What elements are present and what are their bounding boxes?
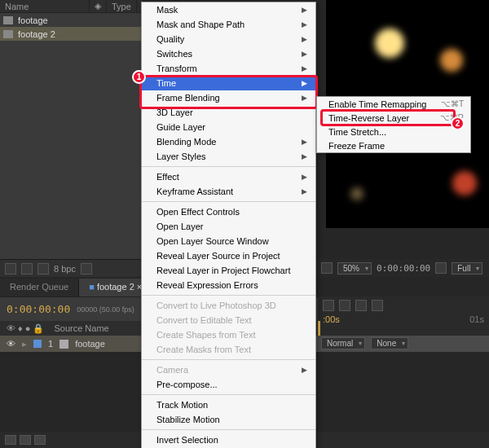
bokeh-light — [375, 29, 404, 58]
project-item-name: footage 2 — [18, 29, 55, 39]
project-row[interactable]: footage 2 — [0, 27, 143, 41]
ruler-tick: 01s — [469, 314, 484, 324]
zoom-dropdown[interactable]: 50% — [337, 262, 372, 275]
submenu-item[interactable]: Time Stretch... — [317, 125, 470, 138]
layer-track-bar[interactable]: Normal None — [318, 336, 489, 352]
time-submenu[interactable]: Enable Time Remapping⌥⌘TTime-Reverse Lay… — [316, 96, 471, 153]
menu-item[interactable]: Open Layer — [142, 219, 315, 234]
comp-icon — [3, 30, 13, 38]
col-source[interactable]: Source Name — [54, 323, 108, 333]
project-item-name: footage — [18, 15, 48, 25]
tab-render-queue[interactable]: Render Queue — [0, 279, 79, 296]
menu-item[interactable]: Guide Layer — [142, 120, 315, 134]
menu-item[interactable]: Reveal Expression Errors — [142, 278, 315, 292]
menu-item[interactable]: 3D Layer — [142, 105, 315, 120]
menu-item[interactable]: Frame Blending▶ — [142, 90, 315, 105]
menu-item[interactable]: Switches▶ — [142, 46, 315, 61]
brainstorm-icon[interactable] — [372, 300, 383, 311]
graph-icon[interactable] — [323, 300, 334, 311]
menu-item[interactable]: Effect▶ — [142, 169, 315, 184]
menu-item[interactable]: Mask▶ — [142, 2, 315, 17]
col-name[interactable]: Name — [0, 0, 90, 12]
preview-toolbar: 50% 0:00:00:00 Full — [316, 259, 489, 277]
menu-item[interactable]: Reveal Layer in Project Flowchart — [142, 263, 315, 278]
time-ruler[interactable]: :00s 01s — [318, 296, 489, 336]
project-panel: Name ◈ Type footage footage 2 — [0, 0, 143, 261]
preview-time[interactable]: 0:00:00:00 — [377, 263, 430, 274]
layer-type-icon — [59, 340, 68, 349]
submenu-item[interactable]: Enable Time Remapping⌥⌘T — [317, 97, 470, 111]
submenu-item[interactable]: Time-Reverse Layer⌥⌘R — [317, 111, 470, 125]
current-time[interactable]: 0:00:00:00 — [7, 303, 70, 315]
trash-icon[interactable] — [81, 263, 92, 275]
folder-icon[interactable] — [21, 263, 33, 275]
blend-mode-dropdown[interactable]: Normal — [321, 337, 365, 349]
snapshot-icon[interactable] — [435, 262, 447, 274]
toggle-panes-icon[interactable] — [34, 435, 46, 445]
bpc-label[interactable]: 8 bpc — [54, 264, 76, 274]
annotation-badge-1: 1 — [132, 70, 146, 84]
toggle-switches-icon[interactable] — [5, 435, 16, 445]
menu-item: Create Shapes from Text — [142, 327, 315, 342]
layer-name: footage — [75, 339, 105, 349]
col-tag-icon[interactable]: ◈ — [90, 0, 107, 12]
bokeh-light — [350, 187, 363, 200]
menu-item[interactable]: Invert Selection — [142, 433, 315, 447]
menu-item[interactable]: Reveal Layer Source in Project — [142, 248, 315, 263]
footage-icon — [3, 16, 13, 24]
menu-item: Create Masks from Text — [142, 342, 315, 357]
bokeh-light — [440, 49, 463, 72]
project-columns-header: Name ◈ Type — [0, 0, 143, 13]
layer-num: 1 — [48, 339, 53, 349]
menu-item[interactable]: Track Motion — [142, 397, 315, 412]
menu-item[interactable]: Blending Mode▶ — [142, 134, 315, 149]
toggle-modes-icon[interactable] — [20, 435, 31, 445]
menu-item[interactable]: Mask and Shape Path▶ — [142, 17, 315, 32]
bokeh-light — [452, 171, 477, 195]
menu-item: Camera▶ — [142, 362, 315, 377]
menu-item[interactable]: Open Effect Controls — [142, 204, 315, 219]
project-toolbar: 8 bpc — [0, 259, 143, 277]
submenu-item[interactable]: Freeze Frame — [317, 138, 470, 152]
mask-icon[interactable] — [321, 262, 333, 274]
new-comp-icon[interactable] — [37, 263, 49, 275]
resolution-dropdown[interactable]: Full — [452, 262, 482, 275]
menu-item[interactable]: Transform▶ — [142, 61, 315, 76]
fps-label: 00000 (50.00 fps) — [77, 305, 134, 314]
menu-item[interactable]: Quality▶ — [142, 32, 315, 46]
menu-item[interactable]: Layer Styles▶ — [142, 149, 315, 164]
layer-color-icon[interactable] — [33, 340, 42, 348]
menu-item[interactable]: Pre-compose... — [142, 377, 315, 392]
menu-item[interactable]: Time▶ — [142, 76, 315, 90]
menu-item: Convert to Live Photoshop 3D — [142, 298, 315, 313]
shy-icon[interactable] — [339, 300, 350, 311]
annotation-badge-2: 2 — [451, 116, 465, 130]
menu-item[interactable]: Keyframe Assistant▶ — [142, 184, 315, 199]
motion-blur-icon[interactable] — [355, 300, 367, 311]
ruler-tick: :00s — [323, 314, 340, 324]
layer-context-menu[interactable]: Mask▶Mask and Shape Path▶Quality▶Switche… — [141, 2, 316, 448]
menu-item[interactable]: Stabilize Motion — [142, 412, 315, 427]
search-icon[interactable] — [5, 263, 16, 275]
col-type[interactable]: Type — [107, 0, 137, 12]
trkmat-dropdown[interactable]: None — [371, 337, 408, 349]
menu-item: Convert to Editable Text — [142, 313, 315, 327]
timeline-tabs: Render Queue ■ footage 2 × — [0, 279, 152, 296]
menu-item[interactable]: Open Layer Source Window — [142, 234, 315, 248]
project-row[interactable]: footage — [0, 13, 143, 27]
